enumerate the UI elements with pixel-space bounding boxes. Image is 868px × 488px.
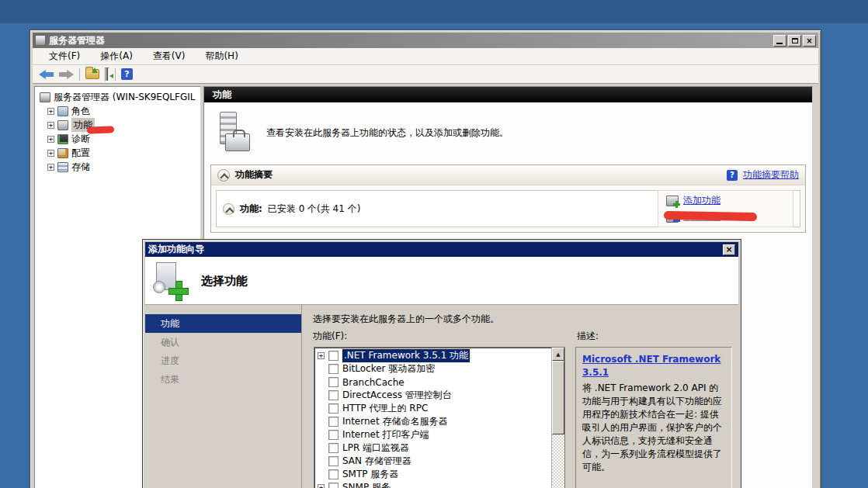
back-icon[interactable]: [39, 70, 54, 79]
desktop: 服务器管理器 × 文件(F) 操作(A) 查看(V) 帮助(H) ?: [0, 0, 868, 488]
expand-icon[interactable]: +: [47, 164, 54, 171]
expand-icon[interactable]: +: [318, 484, 325, 488]
tree-item-roles[interactable]: + 角色: [35, 104, 200, 118]
description-link[interactable]: Microsoft .NET Framework 3.5.1: [582, 353, 725, 379]
summary-header: 功能摘要 ? 功能摘要帮助: [211, 165, 805, 185]
feature-label[interactable]: BranchCache: [342, 377, 404, 388]
feature-row[interactable]: BitLocker 驱动器加密: [314, 362, 564, 376]
add-features-link[interactable]: 添加功能: [683, 194, 720, 207]
help-icon[interactable]: ?: [121, 68, 133, 80]
feature-row[interactable]: SMTP 服务器: [314, 468, 564, 481]
feature-checkbox[interactable]: [328, 456, 339, 466]
scrollbar[interactable]: ▲: [551, 348, 564, 488]
collapse-chevron-icon[interactable]: [223, 203, 234, 215]
summary-title: 功能摘要: [235, 168, 721, 182]
scrollbar-thumb[interactable]: [552, 361, 564, 434]
feature-row[interactable]: Internet 存储命名服务器: [314, 415, 564, 428]
feature-checkbox[interactable]: [328, 351, 339, 361]
feature-label[interactable]: Internet 打印客户端: [342, 428, 429, 441]
menu-view[interactable]: 查看(V): [143, 48, 196, 64]
toolbar: ?: [33, 65, 818, 84]
description-text: 将 .NET Framework 2.0 API 的功能与用于构建具有以下功能的…: [582, 382, 722, 472]
feature-checkbox[interactable]: [328, 364, 339, 374]
feature-checkbox[interactable]: [328, 377, 339, 387]
feature-label[interactable]: DirectAccess 管理控制台: [342, 389, 452, 402]
feature-row[interactable]: HTTP 代理上的 RPC: [314, 402, 564, 415]
features-list-label: 功能(F):: [313, 330, 347, 343]
expand-icon[interactable]: +: [47, 150, 54, 157]
summary-help-link[interactable]: 功能摘要帮助: [743, 168, 799, 182]
add-features-row: 添加功能: [666, 194, 785, 207]
feature-row[interactable]: SAN 存储管理器: [314, 455, 564, 468]
feature-label[interactable]: HTTP 代理上的 RPC: [342, 402, 428, 415]
feature-checkbox[interactable]: [328, 417, 339, 427]
configuration-icon: [57, 148, 68, 158]
feature-checkbox[interactable]: [328, 403, 339, 414]
forward-icon[interactable]: [59, 70, 74, 79]
wizard-step-features[interactable]: 功能: [145, 314, 301, 333]
app-icon: [35, 35, 46, 46]
feature-label[interactable]: BitLocker 驱动器加密: [342, 362, 435, 376]
maximize-button[interactable]: [788, 35, 801, 47]
feature-row[interactable]: Internet 打印客户端: [314, 428, 564, 441]
console-window-button[interactable]: [105, 67, 109, 81]
feature-checkbox[interactable]: [328, 443, 339, 453]
feature-checkbox[interactable]: [328, 483, 339, 488]
feature-row[interactable]: DirectAccess 管理控制台: [314, 389, 564, 402]
show-console-tree-icon[interactable]: [85, 69, 99, 79]
feature-row[interactable]: BranchCache: [314, 376, 564, 389]
expand-icon[interactable]: +: [47, 122, 54, 129]
server-toolbox-icon: [215, 112, 251, 154]
help-icon: ?: [727, 170, 738, 181]
expand-icon[interactable]: +: [47, 136, 54, 143]
feature-label[interactable]: SAN 存储管理器: [342, 455, 411, 468]
description-panel: Microsoft .NET Framework 3.5.1 将 .NET Fr…: [575, 347, 732, 488]
tree-item-label: 存储: [71, 161, 90, 174]
menu-file[interactable]: 文件(F): [39, 48, 90, 64]
feature-checkbox[interactable]: [328, 469, 339, 479]
toolbar-separator: [79, 68, 80, 81]
features-listbox[interactable]: + .NET Framework 3.5.1 功能 BitLocker 驱动器加…: [314, 347, 565, 488]
window-title: 服务器管理器: [49, 34, 772, 47]
tree-item-storage[interactable]: + 存储: [35, 160, 200, 174]
summary-actions: 添加功能 删除功能: [658, 190, 793, 227]
tree-item-configuration[interactable]: + 配置: [35, 146, 200, 160]
collapse-chevron-icon[interactable]: [217, 169, 230, 182]
close-button[interactable]: ×: [803, 35, 816, 47]
desktop-top-band: [0, 0, 868, 23]
wizard-steps: 功能 确认 进度 结果: [145, 305, 302, 488]
feature-label[interactable]: SMTP 服务器: [342, 468, 398, 481]
dialog-body: 功能 确认 进度 结果 选择要安装在此服务器上的一个或多个功能。 功能(F): …: [145, 305, 738, 488]
add-features-wizard-icon: [153, 262, 189, 299]
feature-label-selected[interactable]: .NET Framework 3.5.1 功能: [342, 349, 470, 362]
wizard-step-results[interactable]: 结果: [145, 370, 301, 389]
tree-item-diagnostics[interactable]: + 诊断: [35, 132, 200, 146]
feature-label[interactable]: LPR 端口监视器: [342, 441, 409, 455]
tree-item-features[interactable]: + 功能: [35, 118, 200, 132]
feature-row[interactable]: + .NET Framework 3.5.1 功能: [314, 349, 564, 362]
minimize-icon: [776, 43, 783, 44]
minimize-button[interactable]: [773, 35, 786, 47]
feature-row[interactable]: LPR 端口监视器: [314, 441, 564, 455]
feature-label[interactable]: Internet 存储命名服务器: [342, 415, 447, 428]
dialog-title-bar[interactable]: 添加功能向导 ×: [145, 242, 738, 257]
feature-row[interactable]: + SNMP 服务: [314, 481, 564, 488]
wizard-step-progress[interactable]: 进度: [145, 351, 301, 370]
title-bar[interactable]: 服务器管理器 ×: [33, 33, 818, 48]
scroll-up-icon[interactable]: ▲: [552, 348, 564, 361]
dialog-banner: 选择功能: [145, 257, 738, 305]
wizard-step-confirm[interactable]: 确认: [145, 333, 301, 351]
add-features-icon: [666, 196, 679, 206]
tree-root-server-manager[interactable]: 服务器管理器 (WIN-SK9EQLFGIL: [35, 90, 200, 104]
expand-icon[interactable]: +: [318, 352, 325, 359]
roles-icon: [57, 106, 68, 116]
dialog-close-button[interactable]: ×: [723, 244, 735, 255]
feature-checkbox[interactable]: [328, 390, 339, 400]
feature-checkbox[interactable]: [328, 430, 339, 440]
menu-action[interactable]: 操作(A): [90, 48, 143, 64]
menu-help[interactable]: 帮助(H): [195, 48, 248, 64]
expand-icon[interactable]: +: [47, 108, 54, 115]
features-count-label: 功能:: [240, 202, 262, 216]
wizard-content: 选择要安装在此服务器上的一个或多个功能。 功能(F): + .NET Frame…: [304, 305, 738, 488]
feature-label[interactable]: SNMP 服务: [342, 481, 391, 488]
